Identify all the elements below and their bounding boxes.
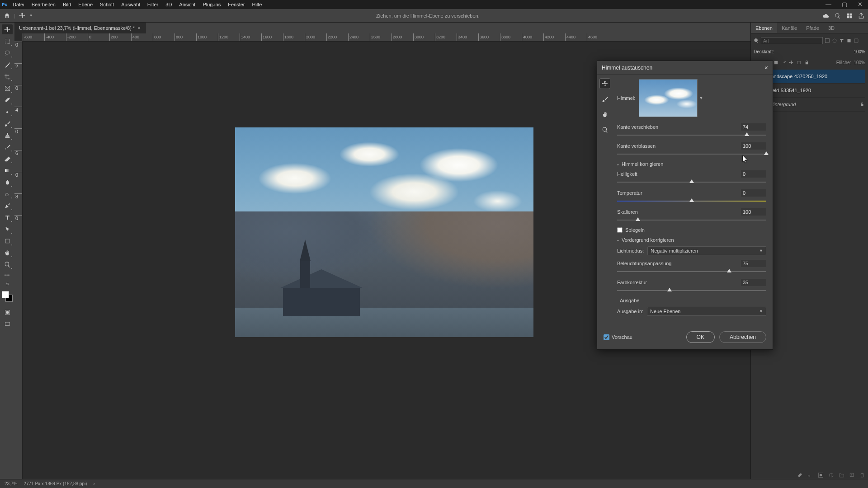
layer-name[interactable]: landscape-4370250_1920 [770, 74, 827, 79]
lock-transparency-icon[interactable] [774, 60, 778, 65]
frame-tool[interactable] [2, 83, 13, 93]
group-icon[interactable] [839, 472, 844, 478]
move-tool[interactable] [2, 24, 13, 34]
lock-pixels-icon[interactable] [781, 60, 786, 65]
zoom-tool[interactable] [2, 259, 13, 269]
workspace-icon[interactable] [846, 13, 853, 19]
menu-file[interactable]: Datei [9, 0, 28, 9]
fg-adjust-header[interactable]: ⌄ Vordergrund korrigieren [616, 237, 766, 243]
sky-hand-tool[interactable] [599, 109, 610, 120]
opacity-value[interactable]: 100% [854, 49, 865, 54]
lighting-slider[interactable] [617, 269, 766, 274]
brush-tool[interactable] [2, 118, 13, 128]
mask-icon[interactable] [818, 472, 824, 478]
type-tool[interactable] [2, 212, 13, 222]
layer-filter-input[interactable] [761, 37, 823, 44]
hand-tool[interactable] [2, 248, 13, 258]
adjustment-icon[interactable] [828, 472, 834, 478]
new-layer-icon[interactable] [849, 472, 855, 478]
window-minimize[interactable]: — [821, 0, 836, 9]
shape-tool[interactable] [2, 236, 13, 246]
fx-icon[interactable]: fx [807, 472, 813, 478]
sky-brush-tool[interactable] [599, 94, 610, 104]
trash-icon[interactable] [859, 472, 865, 478]
edge-fade-slider[interactable] [617, 151, 766, 157]
layer-name[interactable]: field-533541_1920 [770, 88, 811, 93]
scale-slider[interactable] [617, 217, 766, 223]
temperature-slider[interactable] [617, 198, 766, 204]
menu-help[interactable]: Hilfe [248, 0, 265, 9]
menu-filter[interactable]: Filter [144, 0, 162, 9]
filter-type-icon[interactable] [839, 38, 844, 43]
swap-colors-icon[interactable] [2, 281, 13, 286]
chevron-right-icon[interactable]: › [93, 481, 94, 486]
filter-shape-icon[interactable] [846, 38, 852, 43]
ok-button[interactable]: OK [686, 331, 715, 343]
cloud-icon[interactable] [823, 13, 829, 19]
zoom-level[interactable]: 23,7% [5, 481, 17, 486]
document-info[interactable]: 2771 Px x 1869 Px (182,88 ppi) [24, 481, 87, 486]
preview-checkbox[interactable] [604, 334, 609, 340]
pen-tool[interactable] [2, 201, 13, 211]
magic-wand-tool[interactable] [2, 60, 13, 70]
lock-all-icon[interactable] [804, 60, 809, 65]
lasso-tool[interactable] [2, 48, 13, 58]
tab-layers[interactable]: Ebenen [751, 23, 777, 33]
close-icon[interactable]: × [137, 23, 140, 33]
fill-value[interactable]: 100% [854, 60, 865, 65]
toolbar-overflow[interactable]: ••• [5, 273, 10, 277]
crop-tool[interactable] [2, 71, 13, 81]
menu-image[interactable]: Bild [59, 0, 75, 9]
path-select-tool[interactable] [2, 224, 13, 234]
scale-value[interactable] [741, 208, 766, 216]
marquee-tool[interactable] [2, 36, 13, 46]
menu-3d[interactable]: 3D [162, 0, 175, 9]
foreground-color[interactable] [2, 291, 9, 298]
brightness-value[interactable] [741, 170, 766, 178]
share-icon[interactable] [858, 13, 864, 19]
chevron-down-icon[interactable]: ▼ [29, 14, 33, 18]
color-value[interactable] [741, 279, 766, 286]
tab-3d[interactable]: 3D [824, 23, 839, 33]
filter-adjust-icon[interactable] [832, 38, 837, 43]
quick-mask-tool[interactable] [2, 307, 13, 317]
cancel-button[interactable]: Abbrechen [719, 331, 766, 343]
menu-edit[interactable]: Bearbeiten [28, 0, 59, 9]
lock-position-icon[interactable] [789, 60, 794, 65]
gradient-tool[interactable] [2, 165, 13, 175]
filter-smart-icon[interactable] [854, 38, 859, 43]
output-to-select[interactable]: Neue Ebenen ▼ [647, 307, 766, 316]
sky-zoom-tool[interactable] [599, 124, 610, 135]
menu-select[interactable]: Auswahl [118, 0, 144, 9]
menu-plugins[interactable]: Plug-ins [199, 0, 224, 9]
color-slider[interactable] [617, 288, 766, 293]
window-close[interactable]: ✕ [852, 0, 868, 9]
flip-checkbox[interactable] [617, 227, 623, 233]
menu-view[interactable]: Ansicht [175, 0, 199, 9]
blur-tool[interactable] [2, 177, 13, 187]
brightness-slider[interactable] [617, 179, 766, 185]
screen-mode-tool[interactable] [2, 319, 13, 329]
link-layers-icon[interactable] [797, 472, 803, 478]
color-swatch[interactable] [2, 291, 13, 302]
sky-adjust-header[interactable]: ⌄ Himmel korrigieren [616, 161, 766, 167]
menu-layer[interactable]: Ebene [75, 0, 96, 9]
stamp-tool[interactable] [2, 130, 13, 140]
menu-type[interactable]: Schrift [96, 0, 118, 9]
eraser-tool[interactable] [2, 154, 13, 164]
eyedropper-tool[interactable] [2, 95, 13, 105]
window-maximize[interactable]: ▢ [836, 0, 852, 9]
dialog-header[interactable]: Himmel austauschen × [597, 61, 773, 75]
sky-move-tool[interactable] [599, 78, 610, 89]
tab-paths[interactable]: Pfade [802, 23, 824, 33]
light-mode-select[interactable]: Negativ multiplizieren ▼ [647, 246, 766, 255]
tab-channels[interactable]: Kanäle [777, 23, 802, 33]
output-header[interactable]: Ausgabe [620, 298, 766, 303]
lighting-value[interactable] [741, 260, 766, 267]
document-tab[interactable]: Unbenannt-1 bei 23,7% (Himmel, Ebenenmas… [14, 23, 146, 33]
layer-name[interactable]: Hintergrund [770, 102, 796, 107]
edge-shift-value[interactable] [741, 123, 766, 131]
menu-window[interactable]: Fenster [224, 0, 248, 9]
dialog-close-icon[interactable]: × [764, 64, 768, 71]
home-icon[interactable] [4, 12, 10, 19]
